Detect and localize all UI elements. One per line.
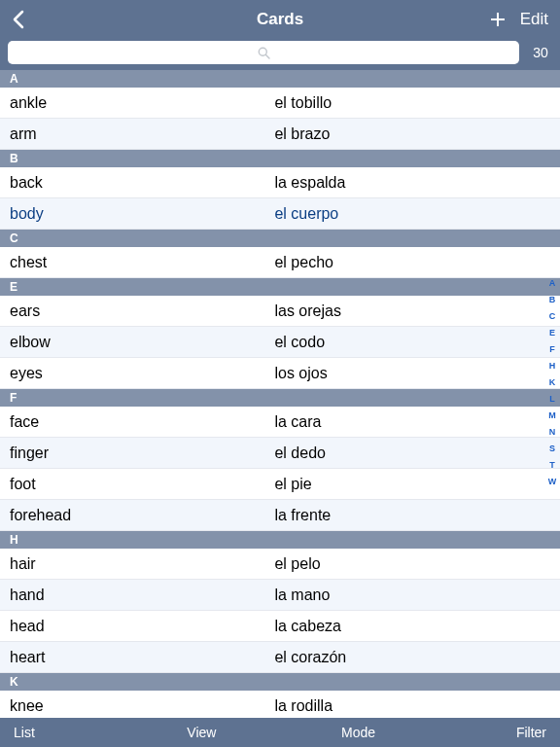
page-title: Cards xyxy=(0,10,560,29)
card-row[interactable]: armel brazo xyxy=(0,119,560,150)
card-term: ankle xyxy=(10,94,274,112)
card-count: 30 xyxy=(529,45,552,60)
card-term: arm xyxy=(10,125,274,143)
section-header: E xyxy=(0,278,560,296)
back-button[interactable] xyxy=(12,10,25,29)
card-row[interactable]: foreheadla frente xyxy=(0,500,560,531)
card-row[interactable]: hairel pelo xyxy=(0,549,560,580)
edit-button[interactable]: Edit xyxy=(520,10,548,29)
search-input[interactable] xyxy=(8,41,519,64)
index-letter[interactable]: S xyxy=(545,442,559,455)
section-header: C xyxy=(0,230,560,247)
card-row[interactable]: fingerel dedo xyxy=(0,438,560,469)
card-term: body xyxy=(10,205,274,223)
card-translation: el codo xyxy=(274,334,550,351)
card-row[interactable]: eyeslos ojos xyxy=(0,358,560,389)
card-row[interactable]: heartel corazón xyxy=(0,642,560,673)
bottom-toolbar: List View Mode Filter xyxy=(0,718,560,747)
index-letter[interactable]: L xyxy=(545,392,559,406)
index-letter[interactable]: A xyxy=(545,276,559,290)
card-term: eyes xyxy=(10,365,274,382)
card-term: head xyxy=(10,618,274,635)
card-row[interactable]: earslas orejas xyxy=(0,296,560,327)
card-translation: el pecho xyxy=(274,254,550,271)
section-index[interactable]: ABCEFHKLMNSTW xyxy=(545,276,559,488)
card-translation: el dedo xyxy=(274,445,550,462)
card-term: foot xyxy=(10,476,274,493)
card-translation: el cuerpo xyxy=(274,205,550,223)
toolbar-mode[interactable]: Mode xyxy=(280,725,437,740)
index-letter[interactable]: E xyxy=(545,326,559,339)
section-header: A xyxy=(0,70,560,88)
index-letter[interactable]: K xyxy=(545,375,559,389)
toolbar-view[interactable]: View xyxy=(123,725,280,740)
card-translation: el pelo xyxy=(274,555,550,573)
card-row[interactable]: bodyel cuerpo xyxy=(0,198,560,230)
section-header: F xyxy=(0,389,560,407)
card-row[interactable]: ankleel tobillo xyxy=(0,88,560,119)
section-header: K xyxy=(0,673,560,691)
card-translation: los ojos xyxy=(274,365,550,382)
card-term: finger xyxy=(10,445,274,462)
card-list[interactable]: Aankleel tobilloarmel brazoBbackla espal… xyxy=(0,70,560,718)
card-row[interactable]: handla mano xyxy=(0,580,560,611)
index-letter[interactable]: H xyxy=(545,359,559,373)
card-term: hand xyxy=(10,587,274,604)
card-term: ears xyxy=(10,302,274,320)
card-row[interactable]: chestel pecho xyxy=(0,247,560,278)
index-letter[interactable]: T xyxy=(545,458,559,472)
index-letter[interactable]: B xyxy=(545,293,559,306)
card-translation: el corazón xyxy=(274,649,550,666)
card-row[interactable]: backla espalda xyxy=(0,167,560,198)
index-letter[interactable]: M xyxy=(545,409,559,422)
card-row[interactable]: headla cabeza xyxy=(0,611,560,642)
section-header: B xyxy=(0,150,560,167)
card-row[interactable]: footel pie xyxy=(0,469,560,500)
card-term: knee xyxy=(10,697,274,715)
card-translation: el tobillo xyxy=(274,94,550,112)
add-button[interactable] xyxy=(489,11,507,28)
card-translation: la cabeza xyxy=(274,618,550,635)
card-row[interactable]: facela cara xyxy=(0,407,560,438)
navbar: Cards Edit xyxy=(0,0,560,39)
card-row[interactable]: elbowel codo xyxy=(0,327,560,358)
index-letter[interactable]: F xyxy=(545,342,559,356)
card-translation: la cara xyxy=(274,413,550,431)
card-row[interactable]: kneela rodilla xyxy=(0,691,560,718)
search-bar-row: 30 xyxy=(0,39,560,70)
card-translation: la rodilla xyxy=(274,697,550,715)
card-translation: la frente xyxy=(274,507,550,524)
card-term: face xyxy=(10,413,274,431)
card-term: chest xyxy=(10,254,274,271)
card-term: hair xyxy=(10,555,274,573)
card-translation: el brazo xyxy=(274,125,550,143)
section-header: H xyxy=(0,531,560,549)
index-letter[interactable]: W xyxy=(545,475,559,488)
index-letter[interactable]: C xyxy=(545,309,559,323)
card-term: heart xyxy=(10,649,274,666)
index-letter[interactable]: N xyxy=(545,425,559,439)
card-term: back xyxy=(10,174,274,192)
toolbar-filter[interactable]: Filter xyxy=(437,725,560,740)
card-translation: el pie xyxy=(274,476,550,493)
card-term: elbow xyxy=(10,334,274,351)
search-icon xyxy=(258,47,270,59)
toolbar-list[interactable]: List xyxy=(0,725,123,740)
card-translation: las orejas xyxy=(274,302,550,320)
card-term: forehead xyxy=(10,507,274,524)
svg-line-3 xyxy=(265,54,269,58)
card-translation: la mano xyxy=(274,587,550,604)
card-translation: la espalda xyxy=(274,174,550,192)
